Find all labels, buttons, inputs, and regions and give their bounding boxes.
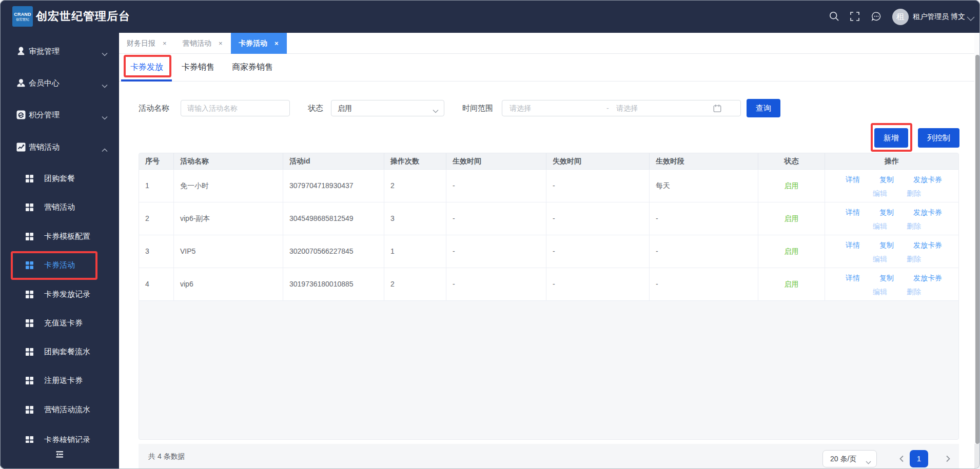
tab-finance-daily[interactable]: 财务日报× [119, 33, 175, 54]
sidebar-subitem-marketing-flow[interactable]: 营销活动流水 [0, 399, 119, 420]
copy-link[interactable]: 复制 [879, 175, 894, 185]
chevron-down-icon [433, 107, 439, 115]
sidebar-subitem-label: 卡券活动 [44, 255, 75, 275]
subtab-coupon-grant[interactable]: 卡券发放 [130, 54, 163, 81]
sidebar-item-members[interactable]: 会员中心 [0, 73, 119, 93]
sidebar-item-approval[interactable]: 审批管理 [0, 41, 119, 62]
cell-operations: 详情 复制 发放卡券 编辑 删除 [825, 235, 958, 268]
cell-index: 1 [139, 170, 174, 202]
sidebar-subitem-register-coupon[interactable]: 注册送卡券 [0, 370, 119, 391]
logo-text: CRAND [14, 12, 31, 17]
detail-link[interactable]: 详情 [846, 175, 860, 185]
tab-marketing-activity[interactable]: 营销活动× [175, 33, 231, 54]
cell-count: 3 [384, 202, 446, 235]
prev-page-icon[interactable] [893, 450, 910, 467]
col-header: 生效时间 [446, 153, 546, 169]
range-start-placeholder: 请选择 [509, 100, 531, 116]
detail-link[interactable]: 详情 [846, 241, 860, 250]
grant-coupon-link[interactable]: 发放卡券 [913, 208, 942, 217]
table-row: 3 VIP5 3020070566227845 1 - - - 启用 详情 复制… [139, 235, 958, 268]
calendar-icon [713, 104, 721, 114]
sidebar-subitem-coupon-grant-record[interactable]: 卡券发放记录 [0, 284, 119, 304]
tab-coupon-activity[interactable]: 卡券活动× [231, 33, 287, 54]
sidebar-subitem-label: 营销活动 [44, 197, 75, 217]
table-header-row: 序号 活动名称 活动id 操作次数 生效时间 失效时间 生效时段 状态 操作 [139, 153, 958, 170]
column-control-button[interactable]: 列控制 [918, 128, 959, 148]
data-table: 序号 活动名称 活动id 操作次数 生效时间 失效时间 生效时段 状态 操作 1… [139, 153, 959, 440]
delete-link[interactable]: 删除 [907, 288, 921, 297]
fullscreen-icon[interactable] [850, 0, 859, 33]
avatar[interactable]: 租 [892, 9, 909, 25]
cell-id: 3020070566227845 [283, 235, 384, 268]
sidebar-subitem-group-package[interactable]: 团购套餐 [0, 168, 119, 189]
col-header: 活动id [283, 153, 384, 169]
chat-icon[interactable] [871, 0, 881, 33]
cell-name: VIP5 [174, 235, 283, 268]
col-header: 生效时段 [650, 153, 758, 169]
edit-link[interactable]: 编辑 [873, 222, 887, 231]
grant-coupon-link[interactable]: 发放卡券 [913, 274, 942, 283]
sidebar-item-marketing[interactable]: 营销活动 [0, 137, 119, 157]
sidebar-subitem-coupon-template[interactable]: 卡券模板配置 [0, 226, 119, 247]
grid-icon [25, 174, 34, 185]
col-header: 失效时间 [546, 153, 650, 169]
next-page-icon[interactable] [939, 450, 957, 467]
trend-chart-icon [16, 142, 26, 153]
copy-link[interactable]: 复制 [879, 241, 894, 250]
copy-link[interactable]: 复制 [879, 208, 894, 217]
sidebar-subitem-marketing-activity[interactable]: 营销活动 [0, 197, 119, 217]
detail-link[interactable]: 详情 [846, 274, 860, 283]
current-page-button[interactable]: 1 [910, 450, 928, 467]
close-icon[interactable]: × [275, 33, 279, 54]
grant-coupon-link[interactable]: 发放卡券 [913, 175, 942, 185]
page-size-select[interactable]: 20 条/页 [822, 450, 877, 467]
sidebar-subitem-group-package-flow[interactable]: 团购套餐流水 [0, 341, 119, 362]
page-size-value: 20 条/页 [830, 451, 856, 467]
copy-link[interactable]: 复制 [879, 274, 894, 283]
grant-coupon-link[interactable]: 发放卡券 [913, 241, 942, 250]
edit-link[interactable]: 编辑 [873, 288, 887, 297]
sidebar-subitem-label: 团购套餐 [44, 168, 75, 189]
cell-id: 3079704718930437 [283, 170, 384, 202]
menu-fold-icon[interactable] [55, 450, 64, 461]
status-select[interactable]: 启用 [331, 100, 444, 116]
user-icon [16, 78, 26, 89]
status-badge: 启用 [758, 170, 825, 202]
time-range-picker[interactable]: 请选择 - 请选择 [502, 100, 741, 116]
cell-start-time: - [446, 202, 546, 235]
close-icon[interactable]: × [219, 33, 223, 54]
sidebar-item-points[interactable]: 积分管理 [0, 105, 119, 125]
delete-link[interactable]: 删除 [907, 255, 921, 264]
sidebar-subitem-coupon-activity[interactable]: 卡券活动 [0, 255, 119, 275]
sidebar-footer [0, 443, 119, 469]
cell-count: 2 [384, 170, 446, 202]
user-name[interactable]: 租户管理员 博文 [913, 0, 965, 33]
detail-link[interactable]: 详情 [846, 208, 860, 217]
grid-icon [25, 232, 34, 242]
edit-link[interactable]: 编辑 [873, 189, 887, 198]
delete-link[interactable]: 删除 [907, 189, 921, 198]
delete-link[interactable]: 删除 [907, 222, 921, 231]
sidebar-subitem-recharge-coupon[interactable]: 充值送卡券 [0, 313, 119, 333]
add-button[interactable]: 新增 [874, 128, 908, 148]
subtab-merchant-coupon-sale[interactable]: 商家券销售 [232, 54, 273, 81]
activity-name-input[interactable]: 请输入活动名称 [181, 100, 290, 116]
sidebar-item-label: 会员中心 [29, 73, 60, 93]
sidebar-subitem-label: 注册送卡券 [44, 370, 83, 391]
cell-index: 2 [139, 202, 174, 235]
close-icon[interactable]: × [163, 33, 167, 54]
grid-icon [25, 319, 34, 329]
edit-link[interactable]: 编辑 [873, 255, 887, 264]
scrollbar-thumb[interactable] [975, 55, 979, 444]
cell-count: 1 [384, 235, 446, 268]
col-header: 操作 [825, 153, 958, 169]
cell-operations: 详情 复制 发放卡券 编辑 删除 [825, 202, 958, 235]
cell-name: 免一小时 [174, 170, 283, 202]
cell-operations: 详情 复制 发放卡券 编辑 删除 [825, 268, 958, 300]
chevron-down-icon[interactable] [967, 14, 975, 24]
grid-icon [25, 405, 34, 416]
subtab-coupon-sale[interactable]: 卡券销售 [182, 54, 214, 81]
search-button[interactable]: 查询 [747, 99, 780, 117]
search-icon[interactable] [829, 0, 839, 33]
cell-id: 3019736180010885 [283, 268, 384, 300]
